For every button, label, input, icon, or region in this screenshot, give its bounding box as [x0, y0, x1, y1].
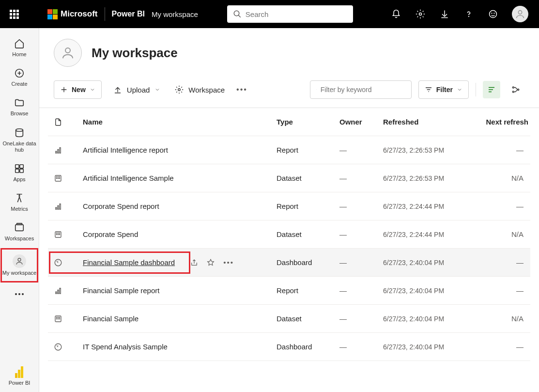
svg-rect-15 — [17, 223, 22, 225]
svg-point-38 — [58, 178, 58, 178]
dataset-icon — [54, 314, 83, 323]
search-icon — [316, 86, 317, 94]
svg-rect-41 — [58, 205, 59, 209]
search-input[interactable] — [246, 10, 347, 18]
nav-my-workspace[interactable]: My workspace — [0, 248, 38, 282]
svg-point-49 — [59, 234, 60, 235]
item-next-refresh: N/A — [465, 174, 528, 182]
filter-keyword-field[interactable] — [321, 86, 405, 94]
toolbar-more-button[interactable]: ••• — [236, 85, 247, 94]
svg-rect-30 — [56, 151, 57, 153]
dataset-icon — [54, 230, 83, 239]
powerbi-icon — [14, 366, 25, 378]
item-refreshed: 6/27/23, 2:26:53 PM — [383, 146, 465, 154]
nav-onelake[interactable]: OneLake data hub — [2, 123, 36, 159]
header-actions — [391, 6, 533, 22]
svg-point-16 — [18, 258, 21, 261]
nav-label: Apps — [13, 176, 25, 183]
table-row[interactable]: Artificial Intelligence SampleDataset—6/… — [48, 164, 530, 192]
settings-icon[interactable] — [415, 9, 426, 19]
new-button[interactable]: New — [54, 80, 102, 99]
nav-more[interactable] — [2, 284, 36, 306]
upload-button[interactable]: Upload — [110, 85, 164, 94]
table-row[interactable]: Financial Sample reportReport—6/27/23, 2… — [48, 277, 530, 305]
new-label: New — [72, 86, 86, 94]
item-name[interactable]: Corporate Spend — [83, 230, 138, 238]
table-header: Name Type Owner Refreshed Next refresh — [48, 108, 530, 136]
nav-browse[interactable]: Browse — [2, 93, 36, 123]
item-type: Dashboard — [277, 258, 339, 267]
nav-home[interactable]: Home — [2, 34, 36, 63]
item-owner: — — [339, 174, 383, 182]
svg-point-48 — [58, 234, 58, 235]
workspace-settings-label: Workspace — [188, 86, 225, 94]
download-icon[interactable] — [439, 9, 450, 19]
svg-point-47 — [56, 234, 57, 235]
filter-keyword-input[interactable] — [310, 80, 412, 99]
item-name[interactable]: Financial Sample — [83, 314, 139, 323]
svg-point-44 — [56, 233, 57, 233]
item-next-refresh: — — [465, 286, 528, 295]
col-name[interactable]: Name — [83, 118, 277, 126]
svg-point-9 — [16, 128, 23, 131]
workspace-settings-button[interactable]: Workspace — [172, 85, 228, 94]
dashboard-icon — [54, 343, 83, 351]
item-name[interactable]: Artificial Intelligence Sample — [83, 174, 174, 182]
nav-metrics[interactable]: Metrics — [2, 188, 36, 218]
table-row[interactable]: Artificial Intelligence reportReport—6/2… — [48, 136, 530, 164]
search-icon — [233, 10, 242, 18]
col-next-refresh[interactable]: Next refresh — [465, 118, 528, 126]
table-row[interactable]: IT Spend Analysis SampleDashboard—6/27/2… — [48, 333, 530, 361]
help-icon[interactable] — [463, 9, 474, 19]
nav-label: Create — [11, 81, 27, 87]
item-next-refresh: — — [465, 146, 528, 154]
lineage-view-button[interactable] — [507, 81, 524, 98]
favorite-icon[interactable] — [207, 259, 215, 267]
top-header: Microsoft Power BI My workspace — [0, 0, 539, 28]
global-search[interactable] — [227, 5, 353, 23]
svg-point-37 — [56, 178, 57, 178]
report-icon — [54, 202, 83, 211]
item-refreshed: 6/27/23, 2:24:44 PM — [383, 203, 465, 210]
svg-point-56 — [58, 317, 58, 317]
list-view-button[interactable] — [483, 81, 500, 98]
workspace-title: My workspace — [92, 46, 178, 61]
nav-label: Workspaces — [5, 235, 34, 242]
table-row[interactable]: Financial SampleDataset—6/27/23, 2:40:04… — [48, 305, 530, 333]
nav-workspaces[interactable]: Workspaces — [2, 218, 36, 248]
user-avatar[interactable] — [512, 6, 528, 22]
item-name[interactable]: Financial Sample report — [83, 286, 159, 295]
item-name[interactable]: Corporate Spend report — [83, 202, 159, 210]
content-table: Name Type Owner Refreshed Next refresh A… — [39, 108, 539, 361]
col-refreshed[interactable]: Refreshed — [383, 118, 465, 126]
svg-rect-51 — [56, 292, 57, 294]
table-row[interactable]: Corporate SpendDataset—6/27/23, 2:24:44 … — [48, 220, 530, 249]
share-icon[interactable] — [190, 259, 198, 267]
notifications-icon[interactable] — [391, 9, 401, 19]
nav-create[interactable]: Create — [2, 63, 36, 93]
svg-point-2 — [419, 13, 422, 16]
svg-rect-31 — [58, 149, 59, 153]
report-icon — [54, 146, 83, 155]
item-name[interactable]: IT Spend Analysis Sample — [83, 343, 168, 351]
feedback-icon[interactable] — [488, 9, 498, 19]
svg-rect-20 — [15, 373, 17, 378]
table-row[interactable]: Financial Sample dashboard•••Dashboard—6… — [48, 249, 530, 277]
dataset-icon — [54, 174, 83, 183]
table-row[interactable]: Corporate Spend reportReport—6/27/23, 2:… — [48, 192, 530, 220]
col-type[interactable]: Type — [277, 118, 339, 126]
svg-point-57 — [59, 317, 60, 317]
filter-label: Filter — [436, 86, 453, 94]
col-owner[interactable]: Owner — [339, 118, 383, 126]
myworkspace-icon — [13, 254, 26, 268]
item-name[interactable]: Financial Sample dashboard — [83, 258, 175, 267]
svg-point-28 — [512, 91, 514, 93]
app-launcher-icon[interactable] — [6, 6, 22, 22]
plus-icon — [60, 86, 68, 94]
row-more-icon[interactable]: ••• — [223, 258, 234, 267]
nav-apps[interactable]: Apps — [2, 159, 36, 188]
item-owner: — — [339, 314, 383, 323]
item-name[interactable]: Artificial Intelligence report — [83, 146, 168, 154]
filter-button[interactable]: Filter — [418, 80, 469, 99]
nav-powerbi-footer[interactable]: Power BI — [2, 362, 36, 392]
